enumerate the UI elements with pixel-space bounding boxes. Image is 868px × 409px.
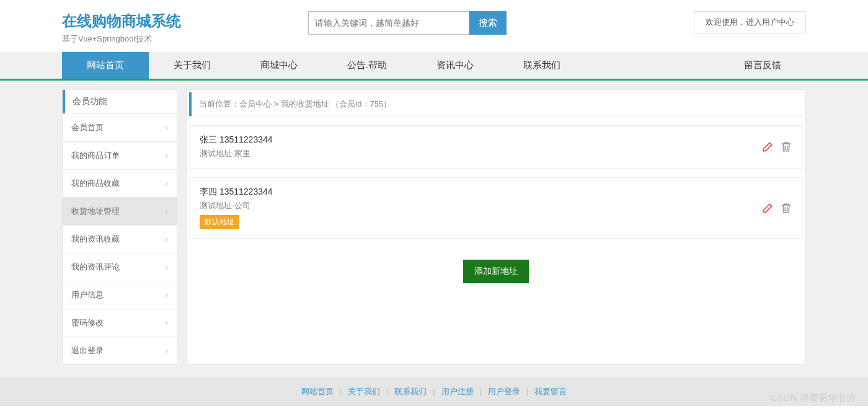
sidebar-item-label: 退出登录: [71, 345, 104, 356]
sidebar-item-label: 我的资讯收藏: [71, 234, 120, 245]
address-name-phone: 张三 13511223344: [200, 134, 761, 146]
sidebar-title: 会员功能: [63, 90, 177, 113]
trash-icon[interactable]: [780, 202, 792, 214]
sidebar-item[interactable]: 收货地址管理›: [63, 197, 177, 225]
sidebar: 会员功能 会员首页›我的商品订单›我的商品收藏›收货地址管理›我的资讯收藏›我的…: [62, 89, 177, 365]
separator: |: [340, 387, 342, 396]
address-item: 李四 13511223344测试地址-公司默认地址: [189, 177, 803, 239]
nav-mall[interactable]: 商城中心: [236, 52, 322, 79]
chevron-right-icon: ›: [165, 178, 168, 189]
footer-link[interactable]: 用户登录: [488, 387, 520, 396]
address-actions: [761, 202, 792, 214]
address-actions: [761, 141, 792, 153]
footer-links: 网站首页|关于我们|联系我们|用户注册|用户登录|我要留言: [0, 377, 868, 406]
site-title: 在线购物商城系统: [62, 11, 181, 31]
watermark: CSDN @黄菊华老师: [771, 392, 856, 404]
sidebar-item-label: 用户信息: [71, 289, 104, 301]
chevron-right-icon: ›: [165, 234, 168, 245]
sidebar-item[interactable]: 密码修改›: [63, 309, 177, 336]
sidebar-item[interactable]: 会员首页›: [63, 113, 177, 141]
sidebar-item[interactable]: 我的商品收藏›: [63, 169, 177, 197]
site-subtitle: 基于Vue+Springboot技术: [62, 33, 181, 45]
footer-link[interactable]: 网站首页: [301, 387, 334, 396]
address-info: 张三 13511223344测试地址-家里: [200, 134, 761, 159]
separator: |: [433, 387, 435, 396]
copyright: CopyRight@在线购物商城系统 某X省ICP备案XXXXX号 作者：: [0, 406, 868, 409]
sidebar-item-label: 我的商品收藏: [71, 178, 120, 189]
address-item: 张三 13511223344测试地址-家里: [189, 125, 803, 169]
content-area: 当前位置：会员中心 > 我的收货地址 （会员id：755） 张三 1351122…: [186, 89, 806, 365]
sidebar-item[interactable]: 用户信息›: [63, 281, 177, 309]
nav-about[interactable]: 关于我们: [149, 52, 236, 79]
chevron-right-icon: ›: [165, 317, 168, 328]
trash-icon[interactable]: [780, 141, 792, 153]
separator: |: [480, 387, 482, 396]
sidebar-item[interactable]: 我的资讯评论›: [63, 253, 177, 281]
chevron-right-icon: ›: [165, 289, 168, 301]
add-address-button[interactable]: 添加新地址: [463, 260, 529, 283]
sidebar-item-label: 我的资讯评论: [71, 262, 120, 273]
chevron-right-icon: ›: [165, 122, 168, 133]
user-center-button[interactable]: 欢迎使用，进入用户中心: [694, 11, 806, 33]
sidebar-item[interactable]: 我的商品订单›: [63, 141, 177, 169]
search-button[interactable]: 搜索: [469, 11, 507, 35]
sidebar-item-label: 收货地址管理: [71, 206, 120, 217]
separator: |: [526, 387, 528, 396]
edit-icon[interactable]: [761, 141, 774, 153]
logo-area: 在线购物商城系统 基于Vue+Springboot技术: [62, 11, 181, 45]
main-nav: 网站首页 关于我们 商城中心 公告.帮助 资讯中心 联系我们 留言反馈: [0, 52, 868, 81]
sidebar-item-label: 会员首页: [71, 122, 104, 133]
footer-link[interactable]: 用户注册: [441, 387, 474, 396]
address-detail: 测试地址-公司: [200, 200, 761, 211]
address-name-phone: 李四 13511223344: [200, 187, 761, 198]
address-detail: 测试地址-家里: [200, 148, 761, 159]
sidebar-item-label: 我的商品订单: [71, 150, 120, 161]
address-info: 李四 13511223344测试地址-公司默认地址: [200, 187, 761, 229]
separator: |: [386, 387, 388, 396]
edit-icon[interactable]: [761, 202, 774, 214]
chevron-right-icon: ›: [165, 345, 168, 356]
sidebar-item[interactable]: 我的资讯收藏›: [63, 225, 177, 253]
chevron-right-icon: ›: [165, 206, 168, 217]
chevron-right-icon: ›: [165, 262, 168, 273]
default-badge: 默认地址: [200, 215, 239, 229]
footer-link[interactable]: 联系我们: [394, 387, 427, 396]
footer-link[interactable]: 关于我们: [348, 387, 380, 396]
nav-home[interactable]: 网站首页: [62, 52, 149, 79]
nav-help[interactable]: 公告.帮助: [322, 52, 412, 79]
nav-news[interactable]: 资讯中心: [412, 52, 498, 79]
sidebar-item-label: 密码修改: [71, 317, 104, 328]
sidebar-item[interactable]: 退出登录›: [63, 336, 177, 364]
breadcrumb: 当前位置：会员中心 > 我的收货地址 （会员id：755）: [189, 92, 803, 117]
chevron-right-icon: ›: [165, 150, 168, 161]
nav-feedback[interactable]: 留言反馈: [719, 52, 806, 79]
footer-link[interactable]: 我要留言: [534, 387, 567, 396]
search-input[interactable]: [308, 11, 469, 35]
nav-contact[interactable]: 联系我们: [498, 52, 585, 79]
